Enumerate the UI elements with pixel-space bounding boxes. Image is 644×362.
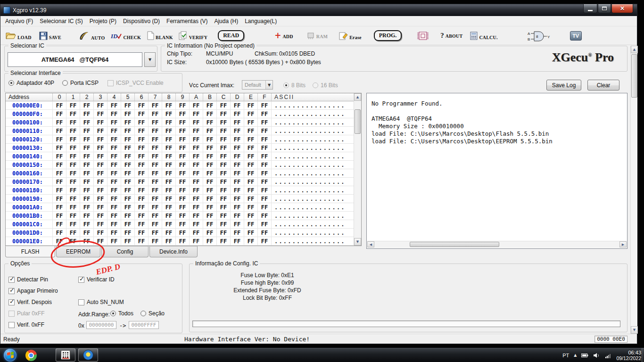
hex-byte[interactable]: FF — [107, 186, 121, 195]
hex-byte[interactable]: FF — [217, 152, 231, 161]
hex-byte[interactable]: FF — [80, 118, 94, 127]
hex-byte[interactable]: FF — [190, 203, 203, 212]
scrollbar-thumb[interactable] — [631, 54, 637, 98]
hex-byte[interactable]: FF — [176, 110, 190, 118]
hex-byte[interactable]: FF — [66, 220, 80, 229]
hex-byte[interactable]: FF — [190, 195, 203, 203]
hex-byte[interactable]: FF — [231, 212, 244, 220]
radio-todos[interactable]: Todos — [110, 310, 133, 317]
hex-byte[interactable]: FF — [231, 127, 244, 135]
hex-byte[interactable]: FF — [258, 195, 272, 203]
hex-byte[interactable]: FF — [231, 220, 244, 229]
menu-item[interactable]: Arquivo (F) — [2, 16, 36, 26]
hex-byte[interactable]: FF — [162, 161, 176, 169]
hex-byte[interactable]: FF — [176, 220, 190, 229]
hex-byte[interactable]: FF — [162, 220, 176, 229]
hex-byte[interactable]: FF — [203, 178, 217, 186]
hex-byte[interactable]: FF — [66, 135, 80, 144]
hex-byte[interactable]: FF — [217, 186, 231, 195]
hex-byte[interactable]: FF — [162, 152, 176, 161]
hex-byte[interactable]: FF — [176, 178, 190, 186]
hex-byte[interactable]: FF — [190, 110, 203, 118]
hex-byte[interactable]: FF — [94, 186, 107, 195]
hex-byte[interactable]: FF — [149, 229, 162, 237]
hex-byte[interactable]: FF — [244, 135, 258, 144]
hex-byte[interactable]: FF — [107, 144, 121, 152]
hex-byte[interactable]: FF — [231, 178, 244, 186]
hex-byte[interactable]: FF — [53, 127, 66, 135]
hex-byte[interactable]: FF — [244, 178, 258, 186]
ic-select-dropdown-button[interactable]: ▼ — [144, 52, 156, 67]
hex-byte[interactable]: FF — [244, 144, 258, 152]
hex-byte[interactable]: FF — [80, 169, 94, 178]
hex-byte[interactable]: FF — [94, 152, 107, 161]
hex-byte[interactable]: FF — [217, 220, 231, 229]
hex-byte[interactable]: FF — [121, 161, 135, 169]
hex-byte[interactable]: FF — [80, 212, 94, 220]
hex-byte[interactable]: FF — [190, 135, 203, 144]
scroll-up-icon[interactable]: ▲ — [631, 46, 638, 53]
hex-byte[interactable]: FF — [162, 144, 176, 152]
hex-byte[interactable]: FF — [94, 144, 107, 152]
hex-byte[interactable]: FF — [66, 195, 80, 203]
checkbox-apagar-primeiro[interactable]: Apagar Primeiro — [8, 288, 58, 294]
hex-byte[interactable]: FF — [162, 101, 176, 110]
hex-byte[interactable]: FF — [80, 110, 94, 118]
language-indicator[interactable]: PT — [562, 353, 569, 358]
hex-byte[interactable]: FF — [231, 195, 244, 203]
hex-byte[interactable]: FF — [203, 229, 217, 237]
hex-byte[interactable]: FF — [80, 135, 94, 144]
hex-byte[interactable]: FF — [80, 161, 94, 169]
hex-byte[interactable]: FF — [258, 220, 272, 229]
hex-byte[interactable]: FF — [135, 220, 149, 229]
hex-byte[interactable]: FF — [107, 152, 121, 161]
tab-device-info[interactable]: Device.Info — [149, 246, 198, 257]
hex-byte[interactable]: FF — [80, 195, 94, 203]
menu-item[interactable]: Ajuda (H) — [211, 16, 241, 26]
hex-byte[interactable]: FF — [135, 101, 149, 110]
hex-byte[interactable]: FF — [190, 101, 203, 110]
hex-byte[interactable]: FF — [121, 186, 135, 195]
logic-test-button[interactable]: A B 8 Y — [525, 29, 553, 42]
hex-byte[interactable]: FF — [149, 152, 162, 161]
hex-byte[interactable]: FF — [66, 144, 80, 152]
hex-byte[interactable]: FF — [217, 237, 231, 246]
hex-byte[interactable]: FF — [53, 212, 66, 220]
hex-byte[interactable]: FF — [121, 127, 135, 135]
hex-byte[interactable]: FF — [135, 110, 149, 118]
hex-byte[interactable]: FF — [244, 127, 258, 135]
hex-byte[interactable]: FF — [176, 203, 190, 212]
hex-byte[interactable]: FF — [94, 118, 107, 127]
erase-button[interactable]: Erase — [338, 31, 363, 41]
hex-byte[interactable]: FF — [203, 237, 217, 246]
hex-byte[interactable]: FF — [121, 220, 135, 229]
hex-byte[interactable]: FF — [66, 212, 80, 220]
load-button[interactable]: LOAD — [4, 31, 33, 41]
hex-byte[interactable]: FF — [66, 101, 80, 110]
hex-byte[interactable]: FF — [121, 178, 135, 186]
hex-byte[interactable]: FF — [121, 169, 135, 178]
hex-byte[interactable]: FF — [53, 135, 66, 144]
log-horizontal-scrollbar[interactable]: ◀ ▶ — [367, 241, 627, 248]
hex-byte[interactable]: FF — [149, 212, 162, 220]
hex-byte[interactable]: FF — [66, 178, 80, 186]
hex-byte[interactable]: FF — [121, 110, 135, 118]
hex-byte[interactable]: FF — [135, 144, 149, 152]
hex-byte[interactable]: FF — [190, 186, 203, 195]
hex-byte[interactable]: FF — [107, 212, 121, 220]
hex-byte[interactable]: FF — [107, 101, 121, 110]
hex-byte[interactable]: FF — [217, 212, 231, 220]
hex-byte[interactable]: FF — [231, 110, 244, 118]
window-vertical-scrollbar[interactable]: ▲ ▼ — [630, 46, 637, 334]
hex-byte[interactable]: FF — [244, 229, 258, 237]
verify-button[interactable]: VERIFY — [177, 30, 209, 41]
hex-byte[interactable]: FF — [66, 110, 80, 118]
hex-byte[interactable]: FF — [217, 229, 231, 237]
hex-byte[interactable]: FF — [66, 118, 80, 127]
hex-byte[interactable]: FF — [53, 110, 66, 118]
speaker-icon[interactable] — [593, 353, 600, 358]
hex-byte[interactable]: FF — [176, 101, 190, 110]
hex-byte[interactable]: FF — [121, 101, 135, 110]
hex-byte[interactable]: FF — [231, 229, 244, 237]
about-button[interactable]: ? ABOUT — [439, 32, 464, 40]
